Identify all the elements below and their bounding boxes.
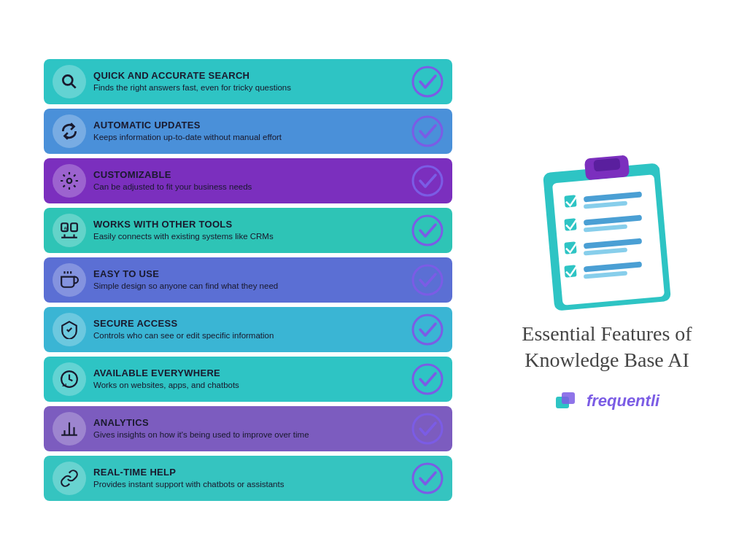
easy-to-use-title: EASY TO USE <box>93 268 404 279</box>
available-everywhere-desc: Works on websites, apps, and chatbots <box>93 380 404 392</box>
analytics-desc: Gives insights on how it's being used to… <box>93 429 404 441</box>
easy-to-use-text: EASY TO USESimple design so anyone can f… <box>93 268 404 292</box>
secure-access-icon <box>53 313 86 346</box>
feature-row-quick-search: QUICK AND ACCURATE SEARCHFinds the right… <box>44 59 452 104</box>
svg-rect-30 <box>552 174 665 306</box>
analytics-check <box>411 413 444 445</box>
feature-row-available-everywhere: 24AVAILABLE EVERYWHEREWorks on websites,… <box>44 357 452 402</box>
auto-updates-desc: Keeps information up-to-date without man… <box>93 132 404 144</box>
works-with-tools-icon: AI <box>53 214 86 247</box>
svg-line-1 <box>71 84 76 88</box>
svg-rect-7 <box>71 223 77 231</box>
customizable-check <box>411 165 444 197</box>
svg-point-12 <box>413 216 442 245</box>
customizable-text: CUSTOMIZABLECan be adjusted to fit your … <box>93 169 404 193</box>
clipboard-illustration <box>534 146 680 314</box>
customizable-icon <box>53 164 86 198</box>
svg-rect-44 <box>562 392 575 404</box>
svg-point-20 <box>413 365 442 394</box>
svg-point-3 <box>413 117 442 146</box>
customizable-desc: Can be adjusted to fit your business nee… <box>93 182 404 193</box>
svg-point-17 <box>413 315 442 344</box>
analytics-title: ANALYTICS <box>93 417 404 428</box>
svg-point-4 <box>67 179 72 184</box>
svg-point-25 <box>413 414 442 443</box>
auto-updates-text: AUTOMATIC UPDATESKeeps information up-to… <box>93 120 404 144</box>
svg-point-26 <box>413 464 442 493</box>
secure-access-text: SECURE ACCESSControls who can see or edi… <box>93 318 404 342</box>
feature-row-realtime-help: REAL-TIME HELPProvides instant support w… <box>44 456 452 501</box>
analytics-text: ANALYTICSGives insights on how it's bein… <box>93 417 404 441</box>
available-everywhere-icon: 24 <box>53 362 86 396</box>
svg-point-5 <box>413 166 442 195</box>
quick-search-text: QUICK AND ACCURATE SEARCHFinds the right… <box>93 70 404 94</box>
easy-to-use-check <box>411 264 444 296</box>
logo-text: frequentli <box>587 392 659 411</box>
auto-updates-title: AUTOMATIC UPDATES <box>93 120 404 131</box>
feature-row-easy-to-use: EASY TO USESimple design so anyone can f… <box>44 257 452 303</box>
works-with-tools-desc: Easily connects with existing systems li… <box>93 231 404 243</box>
logo-area: frequentli <box>554 388 659 414</box>
svg-text:AI: AI <box>63 226 68 230</box>
easy-to-use-icon <box>53 263 86 297</box>
feature-row-analytics: ANALYTICSGives insights on how it's bein… <box>44 406 452 451</box>
realtime-help-desc: Provides instant support with chatbots o… <box>93 479 404 491</box>
works-with-tools-text: WORKS WITH OTHER TOOLSEasily connects wi… <box>93 219 404 243</box>
available-everywhere-title: AVAILABLE EVERYWHERE <box>93 368 404 378</box>
quick-search-desc: Finds the right answers fast, even for t… <box>93 82 404 94</box>
available-everywhere-check <box>411 363 444 395</box>
realtime-help-text: REAL-TIME HELPProvides instant support w… <box>93 467 404 491</box>
realtime-help-check <box>411 462 444 494</box>
secure-access-check <box>411 314 444 346</box>
quick-search-check <box>411 66 444 98</box>
svg-text:24: 24 <box>62 383 66 387</box>
customizable-title: CUSTOMIZABLE <box>93 169 404 180</box>
auto-updates-check <box>411 115 444 147</box>
secure-access-desc: Controls who can see or edit specific in… <box>93 330 404 342</box>
feature-row-customizable: CUSTOMIZABLECan be adjusted to fit your … <box>44 158 452 203</box>
easy-to-use-desc: Simple design so anyone can find what th… <box>93 281 404 292</box>
analytics-icon <box>53 412 86 446</box>
features-list: QUICK AND ACCURATE SEARCHFinds the right… <box>0 0 467 560</box>
quick-search-title: QUICK AND ACCURATE SEARCH <box>93 70 404 81</box>
svg-rect-29 <box>593 158 620 171</box>
realtime-help-icon <box>53 462 86 495</box>
auto-updates-icon <box>53 114 86 148</box>
realtime-help-title: REAL-TIME HELP <box>93 467 404 478</box>
works-with-tools-check <box>411 214 444 246</box>
feature-row-secure-access: SECURE ACCESSControls who can see or edi… <box>44 307 452 352</box>
feature-row-works-with-tools: AIWORKS WITH OTHER TOOLSEasily connects … <box>44 208 452 253</box>
works-with-tools-title: WORKS WITH OTHER TOOLS <box>93 219 404 230</box>
secure-access-title: SECURE ACCESS <box>93 318 404 329</box>
quick-search-icon <box>53 65 86 98</box>
svg-point-16 <box>413 265 442 295</box>
svg-point-0 <box>63 75 72 85</box>
feature-row-auto-updates: AUTOMATIC UPDATESKeeps information up-to… <box>44 109 452 154</box>
right-panel: Essential Features of Knowledge Base AI … <box>467 0 747 560</box>
svg-point-2 <box>413 67 442 96</box>
page-title: Essential Features of Knowledge Base AI <box>481 321 732 374</box>
available-everywhere-text: AVAILABLE EVERYWHEREWorks on websites, a… <box>93 368 404 392</box>
